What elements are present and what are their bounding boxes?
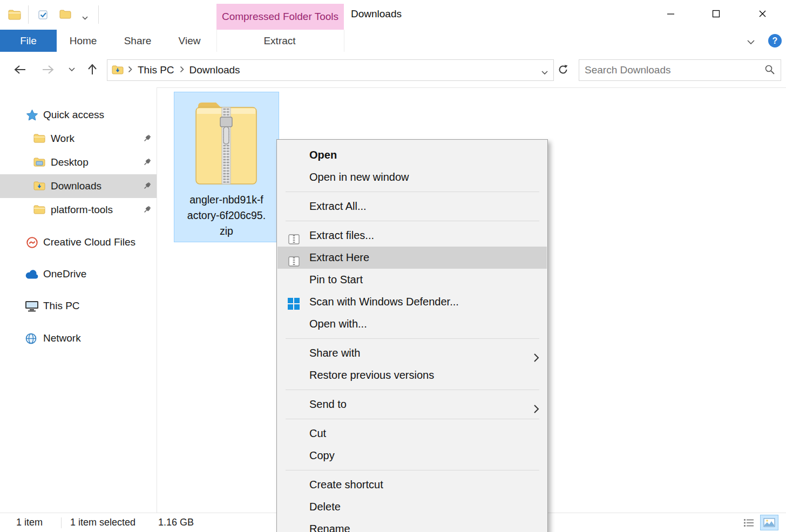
tab-home[interactable]: Home: [62, 30, 105, 52]
menu-separator: [286, 419, 539, 419]
qat-new-folder-button[interactable]: [56, 6, 74, 23]
sidebar-item-desktop[interactable]: Desktop: [0, 151, 157, 174]
search-icon[interactable]: [764, 64, 775, 77]
help-button[interactable]: ?: [768, 34, 782, 47]
sidebar-item-downloads[interactable]: Downloads: [0, 174, 157, 198]
sidebar-item-label: Desktop: [51, 156, 89, 168]
sidebar-item-quick-access[interactable]: Quick access: [0, 103, 157, 127]
folder-icon: [33, 205, 45, 215]
menu-item-share-with[interactable]: Share with: [277, 342, 547, 364]
menu-item-send-to[interactable]: Send to: [277, 393, 547, 415]
file-name-line: zip: [174, 223, 279, 239]
qat-customize-chevron-icon[interactable]: [79, 10, 91, 26]
compressed-folder-tools-tab[interactable]: Compressed Folder Tools: [216, 4, 344, 30]
breadcrumb-chevron-icon[interactable]: [178, 65, 186, 75]
menu-item-delete[interactable]: Delete: [277, 496, 547, 518]
tab-view[interactable]: View: [168, 30, 211, 52]
menu-item-rename[interactable]: Rename: [277, 518, 547, 532]
menu-item-label: Copy: [309, 449, 335, 461]
refresh-button[interactable]: [555, 62, 571, 78]
selection-count: 1 item selected: [70, 513, 135, 532]
minimize-icon: [667, 10, 675, 18]
menu-item-label: Share with: [309, 347, 361, 359]
pane-divider: [157, 87, 157, 513]
menu-separator: [286, 470, 539, 470]
menu-item-copy[interactable]: Copy: [277, 445, 547, 467]
tab-extract[interactable]: Extract: [253, 30, 307, 52]
sidebar-item-label: Network: [43, 332, 81, 344]
address-dropdown-chevron-icon[interactable]: [541, 67, 548, 77]
pin-icon: [143, 205, 152, 217]
creative-cloud-icon: [26, 236, 38, 249]
menu-separator: [286, 221, 539, 221]
menu-item-label: Extract files...: [309, 229, 374, 241]
maximize-button[interactable]: [699, 2, 733, 25]
details-view-icon: [743, 519, 754, 527]
tab-view-label: View: [179, 35, 201, 47]
sidebar-item-onedrive[interactable]: OneDrive: [0, 262, 157, 286]
menu-item-open-with[interactable]: Open with...: [277, 313, 547, 335]
menu-item-create-shortcut[interactable]: Create shortcut: [277, 474, 547, 496]
minimize-button[interactable]: [654, 2, 687, 25]
sidebar-item-creative-cloud-files[interactable]: Creative Cloud Files: [0, 230, 157, 254]
up-button[interactable]: [83, 60, 101, 79]
tab-share-label: Share: [124, 35, 152, 47]
pin-icon: [143, 158, 152, 169]
breadcrumb-downloads[interactable]: Downloads: [186, 64, 243, 76]
sidebar-item-this-pc[interactable]: This PC: [0, 294, 157, 318]
menu-item-label: Pin to Start: [309, 274, 363, 285]
tab-file-label: File: [20, 35, 37, 47]
menu-item-cut[interactable]: Cut: [277, 422, 547, 445]
pin-icon: [143, 134, 152, 146]
tab-share[interactable]: Share: [116, 30, 159, 52]
tab-home-label: Home: [70, 35, 97, 47]
menu-item-label: Rename: [309, 523, 350, 532]
sidebar-item-platform-tools[interactable]: platform-tools: [0, 198, 157, 222]
status-separator: [61, 517, 62, 528]
menu-item-label: Open: [309, 149, 337, 161]
menu-item-extract-all[interactable]: Extract All...: [277, 195, 547, 217]
details-view-button[interactable]: [740, 515, 758, 530]
breadcrumb-this-pc[interactable]: This PC: [134, 64, 178, 76]
tool-group-divider: [216, 30, 217, 52]
back-button[interactable]: [11, 60, 29, 79]
forward-button[interactable]: [39, 60, 57, 79]
close-icon: [758, 10, 767, 18]
menu-item-restore-previous-versions[interactable]: Restore previous versions: [277, 364, 547, 386]
menu-separator: [286, 390, 539, 390]
close-button[interactable]: [746, 2, 779, 25]
menu-item-extract-here[interactable]: Extract Here: [277, 247, 547, 269]
qat-properties-button[interactable]: [35, 6, 53, 23]
network-icon: [25, 332, 37, 345]
menu-item-open[interactable]: Open: [277, 144, 547, 166]
menu-item-open-in-new-window[interactable]: Open in new window: [277, 166, 547, 188]
sidebar-item-label: platform-tools: [51, 204, 113, 216]
breadcrumb-chevron-icon[interactable]: [126, 65, 134, 75]
tool-group-divider: [344, 30, 344, 52]
folder-icon: [33, 158, 45, 167]
sidebar-item-label: Downloads: [51, 180, 101, 192]
window-title: Downloads: [351, 8, 402, 20]
sidebar-item-label: Creative Cloud Files: [43, 236, 135, 248]
thumbnail-view-button[interactable]: [760, 515, 778, 530]
search-input[interactable]: [584, 60, 758, 80]
minimize-ribbon-chevron-icon[interactable]: [747, 37, 755, 47]
menu-item-label: Open in new window: [309, 171, 409, 183]
help-icon: ?: [773, 36, 778, 46]
sidebar-item-work[interactable]: Work: [0, 127, 157, 151]
tab-file[interactable]: File: [0, 30, 57, 52]
menu-item-scan-with-windows-defender[interactable]: Scan with Windows Defender...: [277, 291, 547, 313]
menu-item-extract-files[interactable]: Extract files...: [277, 224, 547, 247]
address-bar[interactable]: This PC Downloads: [107, 59, 554, 81]
titlebar-separator: [98, 5, 99, 24]
menu-item-pin-to-start[interactable]: Pin to Start: [277, 269, 547, 291]
zip-folder-icon: [194, 98, 259, 192]
search-box[interactable]: [579, 59, 781, 81]
recent-locations-chevron-icon[interactable]: [66, 65, 78, 74]
sidebar-item-network[interactable]: Network: [0, 326, 157, 350]
file-item-zip[interactable]: angler-nbd91k-f actory-6f206c95. zip: [174, 92, 279, 242]
title-bar: Compressed Folder Tools Downloads: [0, 0, 786, 30]
menu-item-label: Open with...: [309, 318, 367, 330]
folder-download-icon: [107, 65, 126, 75]
file-name-line: actory-6f206c95.: [174, 208, 279, 223]
